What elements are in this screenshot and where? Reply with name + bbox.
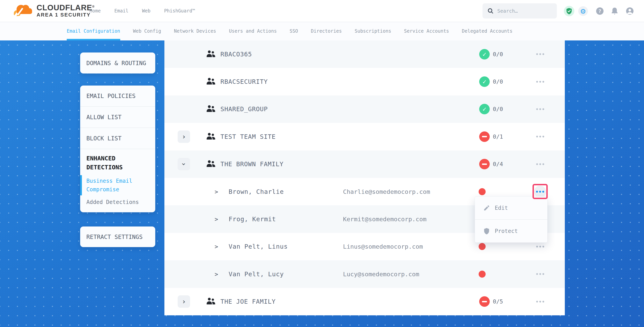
sidebar-item-business-email-compromise[interactable]: Business Email Compromise xyxy=(80,174,155,197)
status-alert-dot xyxy=(478,271,486,278)
menu-item-protect[interactable]: Protect xyxy=(475,219,547,242)
row-more-button-active[interactable] xyxy=(534,186,546,198)
cloudflare-cloud-icon xyxy=(12,2,34,18)
sidebar-card-retract-settings[interactable]: RETRACT SETTINGS xyxy=(80,227,155,247)
tab-email-configuration[interactable]: Email Configuration xyxy=(67,22,120,40)
brand-wordmark: CLOUDFLARE® xyxy=(36,2,94,12)
table-row: › THE BROWN FAMILY 0/4 xyxy=(164,150,565,178)
chevron-right-icon: › xyxy=(182,133,186,140)
row-more-button[interactable] xyxy=(533,295,547,308)
config-tab-bar: Email Configuration Web Config Network D… xyxy=(0,22,644,40)
sidebar-item-email-policies[interactable]: EMAIL POLICIES xyxy=(80,85,155,107)
protection-count: 0/5 xyxy=(493,298,503,305)
tab-service-accounts[interactable]: Service Accounts xyxy=(404,22,449,40)
top-nav-web[interactable]: Web xyxy=(142,8,150,13)
minus-icon xyxy=(482,163,487,165)
chevron-down-icon: › xyxy=(180,162,187,166)
search-icon xyxy=(487,7,494,14)
search-input[interactable] xyxy=(497,8,552,14)
tab-users-and-actions[interactable]: Users and Actions xyxy=(229,22,277,40)
group-name: THE BROWN FAMILY xyxy=(220,160,284,168)
row-more-button[interactable] xyxy=(533,267,547,281)
member-email: Linus@somedemocorp.com xyxy=(343,243,423,250)
top-nav-email[interactable]: Email xyxy=(114,8,128,13)
sidebar-item-enhanced-detections[interactable]: ENHANCED DETECTIONS xyxy=(80,149,155,174)
table-row: > Van Pelt, Lucy Lucy@somedemocorp.com xyxy=(164,260,565,288)
protection-count: 0/4 xyxy=(493,161,503,167)
expand-row-button[interactable]: › xyxy=(178,130,190,143)
table-row: RBACSECURITY ✓ 0/0 xyxy=(164,68,565,95)
group-name: RBACSECURITY xyxy=(220,78,268,85)
active-indicator-bar xyxy=(80,175,82,195)
expand-row-button[interactable]: › xyxy=(178,295,190,308)
member-arrow-icon: > xyxy=(214,271,218,278)
chevron-right-icon: › xyxy=(182,298,186,305)
security-status-icon[interactable] xyxy=(564,6,574,16)
sidebar-item-added-detections[interactable]: Added Detections xyxy=(80,197,155,208)
group-name: THE JOE FAMILY xyxy=(220,298,276,305)
sidebar-card-policies: EMAIL POLICIES ALLOW LIST BLOCK LIST ENH… xyxy=(80,85,155,212)
row-more-button[interactable] xyxy=(533,102,547,116)
check-icon: ✓ xyxy=(482,51,486,57)
table-row: › THE JOE FAMILY 0/5 xyxy=(164,288,565,315)
row-more-button[interactable] xyxy=(533,75,547,88)
check-icon: ✓ xyxy=(482,106,486,112)
minus-icon xyxy=(482,301,487,302)
sidebar-item-domains-routing[interactable]: DOMAINS & ROUTING xyxy=(86,60,146,66)
top-nav: Home Email Web PhishGuard™ xyxy=(90,0,195,22)
check-icon: ✓ xyxy=(482,78,486,85)
group-name: SHARED_GROUP xyxy=(220,105,268,113)
table-row: › TEST TEAM SITE 0/1 xyxy=(164,123,565,150)
member-name: Brown, Charlie xyxy=(228,188,284,195)
row-more-button[interactable] xyxy=(533,47,547,61)
menu-item-label: Edit xyxy=(495,205,508,211)
sidebar-item-allow-list[interactable]: ALLOW LIST xyxy=(80,107,155,128)
app-header: CLOUDFLARE® AREA 1 SECURITY Home Email W… xyxy=(0,0,644,22)
table-row: SHARED_GROUP ✓ 0/0 xyxy=(164,95,565,123)
help-icon[interactable]: ? xyxy=(596,7,604,15)
tab-sso[interactable]: SSO xyxy=(290,22,298,40)
tab-web-config[interactable]: Web Config xyxy=(133,22,161,40)
notifications-bell-icon[interactable] xyxy=(610,7,619,15)
search-box[interactable] xyxy=(482,3,557,18)
protection-count: 0/0 xyxy=(493,106,503,112)
member-email: Charlie@somedemocorp.com xyxy=(343,188,430,195)
collapse-row-button[interactable]: › xyxy=(178,158,190,170)
menu-item-edit[interactable]: Edit xyxy=(475,197,547,219)
row-more-button[interactable] xyxy=(533,130,547,143)
row-more-button[interactable] xyxy=(533,157,547,171)
status-alert-dot xyxy=(478,188,486,195)
settings-gear-icon[interactable]: ⚙ xyxy=(578,6,588,16)
tab-directories[interactable]: Directories xyxy=(311,22,342,40)
protection-count: 0/1 xyxy=(493,133,503,140)
shield-icon xyxy=(483,228,490,235)
member-name: Van Pelt, Linus xyxy=(228,243,288,250)
top-nav-phishguard[interactable]: PhishGuard™ xyxy=(164,8,195,13)
table-row: RBACO365 ✓ 0/0 xyxy=(164,40,565,68)
sidebar-card-domains-routing[interactable]: DOMAINS & ROUTING xyxy=(80,52,155,73)
protection-count: 0/0 xyxy=(493,51,503,57)
status-ok-badge: ✓ xyxy=(479,104,490,114)
group-icon xyxy=(206,50,216,59)
group-icon xyxy=(206,132,216,141)
member-name: Frog, Kermit xyxy=(228,215,276,223)
tab-network-devices[interactable]: Network Devices xyxy=(174,22,216,40)
group-icon xyxy=(206,297,216,306)
row-context-menu: Edit Protect xyxy=(475,196,548,243)
top-nav-home[interactable]: Home xyxy=(90,8,101,13)
sidebar-item-block-list[interactable]: BLOCK LIST xyxy=(80,128,155,149)
tab-subscriptions[interactable]: Subscriptions xyxy=(355,22,391,40)
member-arrow-icon: > xyxy=(214,243,218,250)
group-name: TEST TEAM SITE xyxy=(220,133,276,140)
status-alert-badge xyxy=(479,159,490,169)
groups-table: RBACO365 ✓ 0/0 RBACSECURITY ✓ 0/0 SHARED… xyxy=(164,40,565,315)
member-email: Kermit@somedemocorp.com xyxy=(343,216,426,223)
account-avatar-icon[interactable] xyxy=(626,7,634,15)
sidebar-item-retract-settings[interactable]: RETRACT SETTINGS xyxy=(86,234,142,240)
status-alert-badge xyxy=(479,131,490,142)
tab-delegated-accounts[interactable]: Delegated Accounts xyxy=(462,22,512,40)
status-ok-badge: ✓ xyxy=(479,76,490,87)
group-icon xyxy=(206,160,216,169)
status-alert-badge xyxy=(479,296,490,307)
status-alert-dot xyxy=(478,243,486,250)
